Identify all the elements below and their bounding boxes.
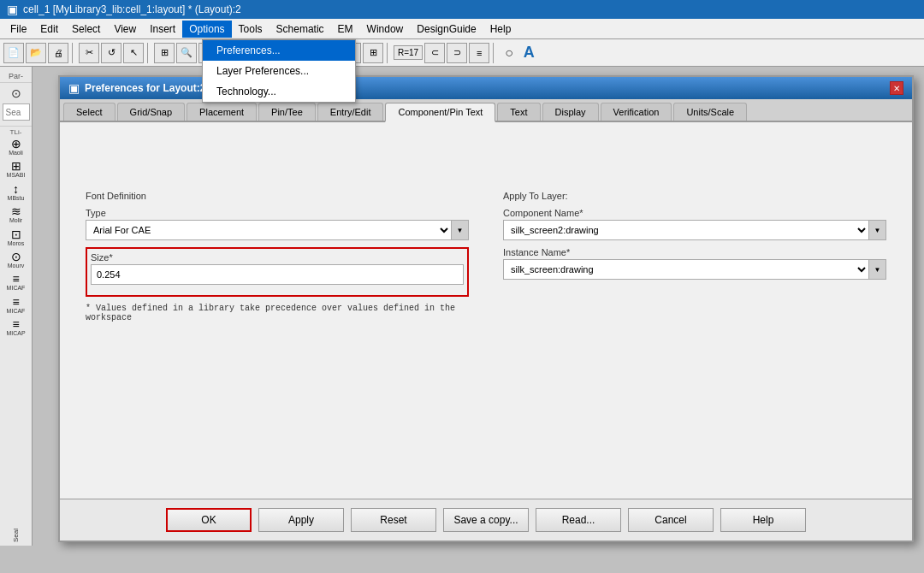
micaf2-label: MICAF [7, 308, 26, 315]
menu-help[interactable]: Help [483, 21, 518, 38]
component-name-select[interactable]: silk_screen2:drawing [503, 220, 869, 240]
menu-edit[interactable]: Edit [33, 21, 65, 38]
toolbar-zoom[interactable]: 🔍 [176, 43, 197, 63]
toolbar-c2[interactable]: ⊃ [447, 43, 467, 63]
options-dropdown: Preferences... Layer Preferences... Tech… [202, 39, 356, 103]
maoli-icon: ⊕ [11, 138, 21, 150]
tab-display[interactable]: Display [542, 103, 599, 121]
menu-select[interactable]: Select [65, 21, 107, 38]
separator-2 [147, 43, 151, 63]
toolbar-snap[interactable]: ⊞ [154, 43, 175, 63]
separator-5 [493, 43, 496, 63]
note-text: * Values defined in a library take prece… [86, 304, 469, 322]
menu-options[interactable]: Options [182, 21, 231, 38]
sidebar-tool-maoli[interactable]: ⊕ Maoli [1, 136, 32, 158]
tab-placement[interactable]: Placement [187, 103, 257, 121]
molir-label: Molir [9, 217, 22, 224]
component-name-row: Component Name* silk_screen2:drawing ▼ [503, 208, 886, 240]
molir-icon: ≋ [11, 205, 21, 217]
separator-4 [387, 43, 390, 63]
component-name-arrow[interactable]: ▼ [869, 220, 886, 240]
toolbar-b7[interactable]: ⊞ [363, 43, 383, 63]
apply-to-layer-group: Apply To Layer: Component Name* silk_scr… [503, 191, 886, 322]
toolbar-c1[interactable]: ⊂ [424, 43, 445, 63]
dropdown-layer-preferences[interactable]: Layer Preferences... [203, 61, 355, 81]
menu-tools[interactable]: Tools [232, 21, 270, 38]
menu-designguide[interactable]: DesignGuide [410, 21, 483, 38]
sidebar-tool-msabi[interactable]: ⊞ MSABI [1, 158, 32, 180]
sidebar-tool-moros[interactable]: ⊡ Moros [1, 227, 32, 249]
instance-name-select[interactable]: silk_screen:drawing [503, 259, 869, 280]
ok-button[interactable]: OK [166, 508, 252, 532]
save-copy-button[interactable]: Save a copy... [443, 508, 529, 532]
msabi-icon: ⊞ [11, 160, 21, 172]
apply-button[interactable]: Apply [258, 508, 344, 532]
instance-name-arrow[interactable]: ▼ [869, 259, 886, 280]
sidebar-tool-micaf2[interactable]: ≡ MICAF [1, 294, 32, 316]
sidebar-tool-micap[interactable]: ≡ MICAP [1, 316, 32, 339]
tab-verification[interactable]: Verification [601, 103, 672, 121]
toolbar-cut[interactable]: ✂ [79, 43, 99, 63]
reset-button[interactable]: Reset [351, 508, 436, 532]
a-icon: A [520, 42, 538, 63]
menu-view[interactable]: View [107, 21, 143, 38]
tab-text[interactable]: Text [497, 103, 540, 121]
dialog-title-bar: ▣ Preferences for Layout:2 ✕ [60, 77, 912, 99]
sidebar-tool-molir[interactable]: ≋ Molir [1, 204, 32, 226]
toolbar-rotate[interactable]: ↺ [101, 43, 121, 63]
toolbar-select[interactable]: ↖ [123, 43, 144, 63]
app-icon: ▣ [7, 3, 18, 16]
type-select[interactable]: Arial For CAE [86, 220, 452, 240]
toolbar-print[interactable]: 🖨 [48, 43, 68, 63]
dropdown-technology[interactable]: Technology... [203, 81, 355, 102]
read-button[interactable]: Read... [536, 508, 621, 532]
menu-file[interactable]: File [3, 21, 33, 38]
tab-gridsnap[interactable]: Grid/Snap [117, 103, 186, 121]
par-label: Par- [0, 70, 32, 83]
title-bar: ▣ cell_1 [MyLibrary3_lib:cell_1:layout] … [0, 0, 924, 19]
sidebar-tool-mourv[interactable]: ⊙ Mourv [1, 249, 32, 271]
dialog-buttons: OK Apply Reset Save a copy... Read... Ca… [60, 499, 912, 541]
left-sidebar: Par- ⊙ TLi- ⊕ Maoli ⊞ MSABI ↕ MBstu ≋ Mo… [0, 67, 33, 546]
tab-pintee[interactable]: Pin/Tee [258, 103, 316, 121]
font-definition-group: Font Definition Type Arial For CAE ▼ [86, 191, 469, 322]
tab-componentpintext[interactable]: Component/Pin Text [385, 103, 495, 122]
component-name-select-row: silk_screen2:drawing ▼ [503, 220, 886, 240]
toolbar-open[interactable]: 📂 [26, 43, 46, 63]
tab-entryedit[interactable]: Entry/Edit [317, 103, 384, 121]
search-input[interactable] [3, 103, 30, 121]
menu-bar: File Edit Select View Insert Options Too… [0, 19, 924, 39]
instance-name-select-row: silk_screen:drawing ▼ [503, 259, 886, 280]
cancel-button[interactable]: Cancel [628, 508, 714, 532]
toolbar-1: 📄 📂 🖨 ✂ ↺ ↖ ⊞ 🔍 ⊡ ⊕ ⊗ ⊙ → ↔ ⊛ ⊞ R=17 ⊂ ⊃… [0, 39, 924, 67]
dialog-close-button[interactable]: ✕ [890, 81, 903, 95]
type-dropdown-arrow[interactable]: ▼ [452, 220, 469, 240]
size-input[interactable] [91, 264, 464, 285]
toolbar-new[interactable]: 📄 [3, 43, 24, 63]
micaf1-icon: ≡ [12, 273, 19, 285]
main-area: Par- ⊙ TLi- ⊕ Maoli ⊞ MSABI ↕ MBstu ≋ Mo… [0, 67, 924, 546]
mbstu-icon: ↕ [13, 183, 19, 195]
tab-select[interactable]: Select [63, 103, 116, 121]
window-title: cell_1 [MyLibrary3_lib:cell_1:layout] * … [23, 3, 241, 15]
instance-name-row: Instance Name* silk_screen:drawing ▼ [503, 247, 886, 280]
font-definition-title: Font Definition [86, 191, 469, 201]
menu-em[interactable]: EM [331, 21, 360, 38]
help-button[interactable]: Help [720, 508, 806, 532]
size-highlight-box: Size* [86, 247, 469, 297]
dialog-content: Font Definition Type Arial For CAE ▼ [60, 122, 912, 499]
moros-label: Moros [8, 240, 24, 247]
menu-schematic[interactable]: Schematic [270, 21, 331, 38]
size-row: Size* [91, 252, 464, 285]
seal-label: Seal [9, 525, 23, 546]
sidebar-tool-mbstu[interactable]: ↕ MBstu [1, 181, 32, 204]
toolbar-c3[interactable]: ≡ [469, 43, 489, 63]
size-label: Size* [91, 252, 464, 263]
msabi-label: MSABI [7, 172, 26, 179]
menu-insert[interactable]: Insert [143, 21, 182, 38]
menu-window[interactable]: Window [360, 21, 411, 38]
sidebar-tool-micaf1[interactable]: ≡ MICAF [1, 271, 32, 293]
tab-unitsscale[interactable]: Units/Scale [673, 103, 747, 121]
micaf1-label: MICAF [7, 285, 26, 292]
dropdown-preferences[interactable]: Preferences... [203, 40, 355, 61]
